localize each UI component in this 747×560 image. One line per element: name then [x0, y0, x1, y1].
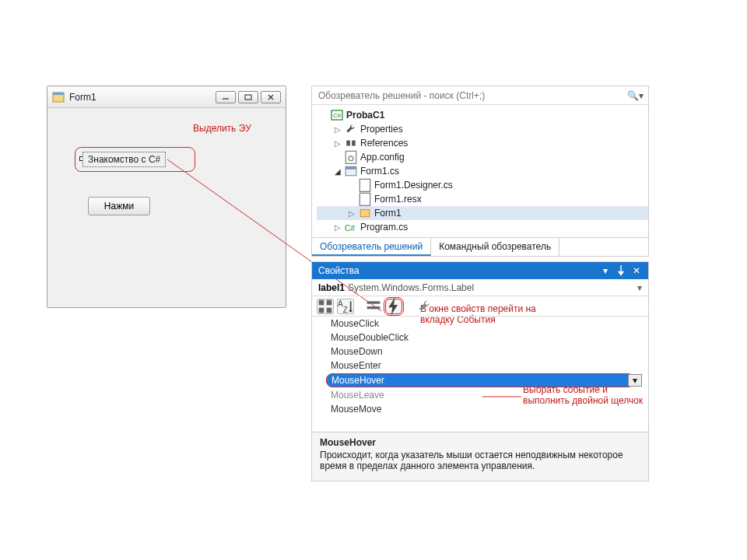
- form-file-icon: [345, 166, 357, 177]
- form-icon: [52, 91, 65, 103]
- bottom-tabs: Обозреватель решений Командный обозреват…: [312, 237, 648, 256]
- pin-icon[interactable]: [615, 265, 626, 276]
- svg-rect-16: [359, 179, 370, 191]
- event-row[interactable]: MouseClick: [312, 317, 648, 331]
- solution-explorer-search[interactable]: 🔍▾: [312, 86, 648, 105]
- tree-item-label: App.config: [360, 152, 405, 163]
- svg-rect-23: [327, 307, 332, 313]
- form-title: Form1: [69, 92, 211, 103]
- designer-form-window: Form1 Знакомство с C# Нажми: [47, 86, 286, 308]
- close-icon[interactable]: ✕: [631, 265, 642, 276]
- solution-tree: C# ProbaC1 ▷ Properties ▷ References App…: [312, 105, 648, 237]
- close-button[interactable]: [261, 91, 281, 103]
- svg-rect-18: [360, 209, 369, 216]
- tab-solution-explorer[interactable]: Обозреватель решений: [312, 238, 431, 256]
- tree-item-label: Form1.cs: [360, 166, 399, 177]
- property-description: MouseHover Происходит, когда указатель м…: [312, 432, 648, 481]
- tree-programcs[interactable]: ▷ C# Program.cs: [317, 220, 648, 234]
- svg-rect-1: [53, 93, 64, 95]
- svg-rect-26: [367, 301, 381, 303]
- chevron-right-icon: ▷: [348, 209, 356, 218]
- wrench-icon: [345, 124, 357, 135]
- events-button[interactable]: [385, 299, 402, 314]
- dropdown-icon[interactable]: ▾: [600, 265, 611, 276]
- svg-text:C#: C#: [345, 224, 355, 233]
- svg-rect-12: [345, 151, 356, 163]
- button-control[interactable]: Нажми: [88, 197, 150, 215]
- svg-text:Z: Z: [343, 306, 348, 314]
- svg-text:C#: C#: [333, 112, 342, 119]
- solution-explorer: 🔍▾ C# ProbaC1 ▷ Properties ▷ References: [311, 86, 649, 257]
- cs-file-icon: [359, 180, 371, 191]
- description-title: MouseHover: [320, 437, 640, 448]
- label-control[interactable]: Знакомство с C#: [82, 152, 166, 167]
- description-text: Происходит, когда указатель мыши остаетс…: [320, 450, 623, 471]
- svg-rect-3: [245, 95, 251, 100]
- properties-panel: Свойства ▾ ✕ label1 System.Windows.Forms…: [311, 261, 649, 481]
- tree-item-label: Program.cs: [360, 222, 408, 233]
- tree-form1class[interactable]: ▷ Form1: [317, 206, 648, 220]
- svg-rect-10: [346, 141, 350, 146]
- properties-toolbar: AZ: [312, 296, 648, 317]
- properties-titlebar[interactable]: Свойства ▾ ✕: [312, 262, 648, 279]
- tab-team-explorer[interactable]: Командный обозреватель: [431, 238, 559, 256]
- svg-rect-20: [319, 299, 324, 305]
- tree-references[interactable]: ▷ References: [317, 136, 648, 150]
- svg-rect-27: [367, 306, 381, 309]
- properties-title: Свойства: [318, 265, 595, 276]
- csharp-project-icon: C#: [331, 110, 343, 121]
- tree-item-label: Properties: [360, 124, 403, 135]
- search-input[interactable]: [317, 89, 622, 102]
- event-row[interactable]: MouseDoubleClick: [312, 331, 648, 345]
- csharp-file-icon: C#: [345, 222, 357, 233]
- tree-item-label: Form1.Designer.cs: [374, 180, 453, 191]
- svg-rect-21: [327, 299, 332, 305]
- object-name: label1: [318, 282, 345, 293]
- categorized-button[interactable]: [317, 299, 334, 314]
- tree-item-label: Form1.resx: [374, 194, 422, 205]
- form-client-area[interactable]: Знакомство с C# Нажми: [47, 108, 286, 307]
- tree-project[interactable]: C# ProbaC1: [317, 108, 648, 122]
- properties-button[interactable]: [365, 299, 382, 314]
- tree-form1resx[interactable]: Form1.resx: [317, 192, 648, 206]
- event-row[interactable]: MouseMove: [312, 402, 648, 416]
- tree-properties[interactable]: ▷ Properties: [317, 122, 648, 136]
- tree-form1designer[interactable]: Form1.Designer.cs: [317, 178, 648, 192]
- project-label: ProbaC1: [346, 110, 384, 121]
- search-icon[interactable]: 🔍▾: [627, 90, 644, 101]
- event-row[interactable]: MouseDown: [312, 345, 648, 359]
- event-handler-dropdown[interactable]: ▾: [628, 374, 642, 387]
- object-type: System.Windows.Forms.Label: [348, 282, 474, 293]
- tree-form1cs[interactable]: ◢ Form1.cs: [317, 164, 648, 178]
- svg-rect-22: [319, 307, 324, 313]
- svg-rect-11: [352, 141, 356, 146]
- chevron-right-icon: ▷: [334, 139, 342, 148]
- svg-rect-17: [359, 193, 370, 205]
- svg-rect-15: [345, 166, 356, 169]
- form-titlebar[interactable]: Form1: [47, 86, 286, 108]
- maximize-button[interactable]: [238, 91, 258, 103]
- annotation-select-control: Выделить ЭУ: [193, 123, 251, 134]
- chevron-right-icon: ▷: [334, 223, 342, 232]
- tree-appconfig[interactable]: App.config: [317, 150, 648, 164]
- minimize-button[interactable]: [216, 91, 236, 103]
- config-file-icon: [345, 152, 357, 163]
- properties-object-selector[interactable]: label1 System.Windows.Forms.Label ▾: [312, 279, 648, 296]
- events-list: MouseClick MouseDoubleClick MouseDown Mo…: [312, 317, 648, 432]
- chevron-right-icon: ▷: [334, 125, 342, 134]
- property-pages-button[interactable]: [416, 299, 433, 314]
- references-icon: [345, 138, 357, 149]
- tree-item-label: References: [360, 138, 408, 149]
- class-icon: [359, 208, 371, 219]
- alphabetical-button[interactable]: AZ: [337, 299, 354, 314]
- tree-item-label: Form1: [374, 208, 402, 219]
- event-row-selected[interactable]: MouseHover: [326, 373, 634, 387]
- event-row[interactable]: MouseEnter: [312, 359, 648, 373]
- resx-file-icon: [359, 194, 371, 205]
- chevron-down-icon: ◢: [334, 167, 342, 176]
- event-row[interactable]: MouseLeave: [312, 388, 648, 402]
